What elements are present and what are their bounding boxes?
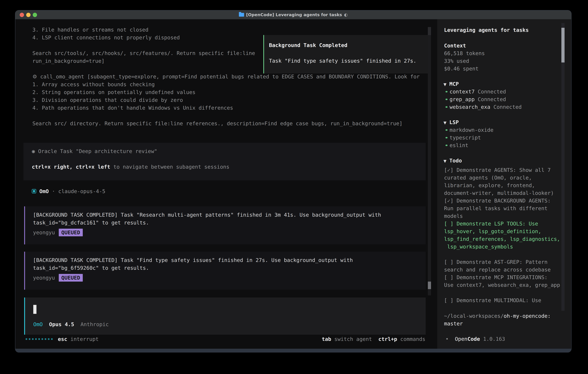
task-message: [BACKGROUND TASK COMPLETED] Task "Resear… <box>24 206 426 244</box>
task-message-meta: yeongyu QUEUED <box>33 273 426 282</box>
mcp-item-status: Connected <box>493 104 522 110</box>
task-user: yeongyu <box>33 229 55 235</box>
input-provider-name: Anthropic <box>80 321 109 327</box>
todo-line: search and replace across codebase <box>444 266 560 273</box>
todo-line: [ ] Demonstrate AST-GREP: Pattern <box>444 258 560 266</box>
agent-separator: · <box>52 188 55 194</box>
todo-line-active: [ ] Demonstrate LSP TOOLS: Use <box>444 220 560 228</box>
todo-line-active: lsp_hover, lsp_goto_definition, <box>444 228 560 235</box>
cmd-key-label: ctrl+p <box>378 336 397 342</box>
todo-line: curated agents (OmO, oracle, <box>444 174 560 181</box>
task-message-line: task_id="bg_6f59260c" to get results. <box>33 264 426 272</box>
mcp-item: context7 Connected <box>450 88 506 96</box>
todo-line: librarian, explore, frontend, <box>444 181 560 189</box>
window-bottom-edge <box>15 349 571 352</box>
transcript-line: 3. File handles or streams not closed <box>32 26 420 34</box>
esc-action-label: interrupt <box>71 336 99 342</box>
esc-key-label: esc <box>58 336 67 342</box>
todo-line: document-writer, multimodal-looker) <box>444 189 560 197</box>
task-message: [BACKGROUND TASK COMPLETED] Task "Find t… <box>24 252 426 290</box>
todo-line: [ ] Demonstrate MCP INTEGRATIONS: <box>444 273 560 281</box>
mcp-item-status: Connected <box>478 96 506 102</box>
lsp-item: typescript <box>450 134 481 142</box>
bullet-icon <box>445 129 448 131</box>
sidebar-scrollbar-thumb[interactable] <box>561 28 565 62</box>
agent-name: OmO <box>39 188 49 194</box>
input-agent-name: OmO <box>33 321 43 327</box>
queued-badge: QUEUED <box>59 229 83 236</box>
workspace-path-name: oh-my-opencode: <box>504 313 551 319</box>
todo-line: models <box>444 212 560 220</box>
workspace-path-prefix: ~/local-workspaces/ <box>444 313 504 319</box>
version-name-regular: Open <box>455 336 467 342</box>
bullet-icon <box>445 106 448 108</box>
bullet-icon: • <box>445 336 449 342</box>
tool-call-line: ⚙ call_omo_agent [subagent_type=explore,… <box>32 73 420 81</box>
close-button[interactable] <box>20 13 24 17</box>
text-cursor <box>33 305 36 314</box>
prompt-input[interactable]: OmO Opus 4.5 Anthropic <box>24 298 426 335</box>
lsp-section-header[interactable]: ▼LSP <box>443 118 459 126</box>
minimize-button[interactable] <box>26 13 31 17</box>
oracle-hint-keys: ctrl+x right, ctrl+x left <box>32 164 110 170</box>
agent-header: OmO · claude-opus-4-5 <box>32 187 105 195</box>
lsp-heading: LSP <box>449 119 459 125</box>
task-message-meta: yeongyu QUEUED <box>33 228 426 237</box>
mcp-section-header[interactable]: ▼MCP <box>443 80 459 88</box>
transcript-line: 3. Division operations that could divide… <box>32 96 420 104</box>
activity-dots-icon <box>26 338 53 340</box>
version-number: 1.0.163 <box>483 336 505 342</box>
tab-action-label: switch agent <box>334 336 372 342</box>
cmd-action-label: commands <box>400 336 425 342</box>
bullet-icon <box>445 91 448 93</box>
toast-title: Background Task Completed <box>269 41 429 49</box>
todo-line: [✓] Demonstrate AGENTS: Show all 7 <box>444 166 560 174</box>
folder-icon <box>239 13 244 17</box>
transcript-line <box>32 112 420 120</box>
input-model-name: Opus 4.5 <box>49 321 74 327</box>
todo-line: [✓] Demonstrate BACKGROUND AGENTS: <box>444 197 560 205</box>
mcp-item-status: Connected <box>478 89 506 94</box>
session-title: Leveraging agents for tasks <box>444 26 529 34</box>
workspace-path: ~/local-workspaces/oh-my-opencode: <box>444 312 551 320</box>
traffic-lights <box>20 13 37 17</box>
todo-line <box>444 250 560 258</box>
fisheye-icon: ◉ <box>32 148 35 154</box>
main-scrollbar-thumb[interactable] <box>428 281 431 289</box>
gear-icon: ⚙ <box>32 74 37 80</box>
titlebar: [OpenCode] Leveraging agents for tasks ◐ <box>15 10 571 19</box>
zoom-button[interactable] <box>33 13 37 17</box>
todo-line: Run parallel tasks with different <box>444 205 560 212</box>
queued-badge: QUEUED <box>59 274 83 281</box>
todo-line: [ ] Demonstrate MULTIMODAL: Use <box>444 296 560 304</box>
workspace-branch: master <box>444 320 463 328</box>
app-window: [OpenCode] Leveraging agents for tasks ◐… <box>15 10 571 353</box>
app-version: • OpenCode 1.0.163 <box>445 335 505 343</box>
transcript-line: Search src/ directory. Return specific f… <box>32 120 420 127</box>
todo-line-active: lsp_find_references, lsp_diagnostics, <box>444 235 560 243</box>
main-scrollbar-cap <box>428 27 431 35</box>
task-message-line: [BACKGROUND TASK COMPLETED] Task "Find t… <box>33 256 426 264</box>
agent-model: claude-opus-4-5 <box>58 188 105 194</box>
transcript-line: 1. Array access without bounds checking <box>32 81 420 88</box>
transcript-line: 4. Path operations that don't handle Win… <box>32 104 420 112</box>
window-title: [OpenCode] Leveraging agents for tasks ◐ <box>239 12 348 17</box>
todo-list: [✓] Demonstrate AGENTS: Show all 7 curat… <box>444 166 560 304</box>
todo-section-header[interactable]: ▼Todo <box>443 157 462 165</box>
version-name-bold: Code <box>467 336 480 342</box>
main-scrollbar-track[interactable] <box>428 27 431 295</box>
lsp-item: eslint <box>450 141 468 149</box>
context-spent: $0.46 spent <box>444 65 478 73</box>
window-title-text: [OpenCode] Leveraging agents for tasks <box>246 12 342 17</box>
task-message-line: task_id="bg_dcfac161" to get results. <box>33 219 426 227</box>
tab-hint: tab switch agent <box>322 336 372 342</box>
input-meta: OmO Opus 4.5 Anthropic <box>33 320 109 328</box>
todo-line: Use context7, websearch_exa, grep_app <box>444 281 560 289</box>
status-bar: esc interrupt tab switch agent ctrl+p co… <box>15 335 437 343</box>
todo-heading: Todo <box>449 158 462 164</box>
mcp-item-name: websearch_exa <box>450 104 490 110</box>
status-right: tab switch agent ctrl+p commands <box>322 335 425 343</box>
chevron-down-icon: ▼ <box>443 120 447 125</box>
agent-icon <box>32 189 36 193</box>
sidebar-scrollbar-track[interactable] <box>561 23 565 311</box>
